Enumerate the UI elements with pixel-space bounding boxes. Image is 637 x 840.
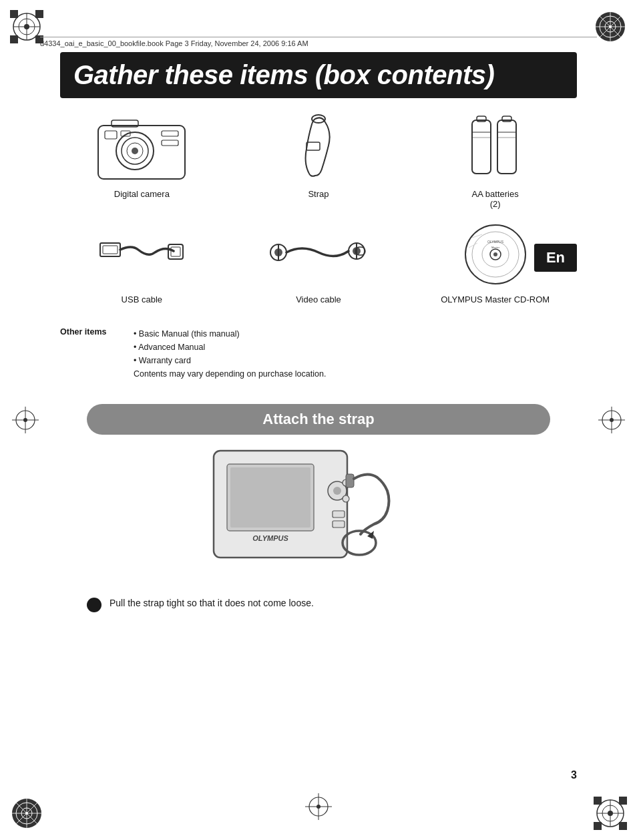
strap-label: Strap	[308, 189, 329, 199]
svg-rect-53	[162, 140, 178, 146]
item-usb-cable: USB cable	[60, 216, 224, 304]
other-items-section: Other items • Basic Manual (this manual)…	[60, 327, 577, 381]
svg-rect-30	[594, 797, 602, 805]
bullet-instruction: Pull the strap tight so that it does not…	[87, 598, 550, 612]
digital-camera-label: Digital camera	[114, 189, 170, 199]
item-video-cable: Video cable	[237, 216, 401, 304]
svg-rect-93	[333, 511, 345, 517]
corner-decoration-tl	[10, 10, 43, 43]
cdrom-image: OLYMPUS Master	[442, 216, 549, 289]
svg-rect-96	[346, 474, 354, 487]
batteries-label: AA batteries(2)	[472, 189, 519, 209]
header-bar: d4334_oai_e_basic_00_bookfile.book Page …	[40, 37, 597, 47]
corner-decoration-tr	[594, 10, 627, 43]
svg-rect-60	[497, 120, 516, 174]
mid-right-crosshair	[598, 407, 625, 433]
usb-cable-image	[88, 216, 195, 289]
svg-rect-33	[619, 822, 627, 830]
svg-text:OLYMPUS: OLYMPUS	[252, 534, 288, 542]
svg-rect-5	[10, 10, 18, 18]
svg-text:OLYMPUS: OLYMPUS	[487, 240, 504, 244]
strap-illustration: OLYMPUS	[187, 434, 441, 588]
strap-image	[265, 110, 372, 184]
item-batteries: AA batteries(2)	[413, 110, 577, 209]
svg-rect-7	[35, 10, 43, 18]
svg-point-92	[343, 495, 349, 502]
bottom-center-crosshair	[305, 793, 332, 820]
item-digital-camera: Digital camera	[60, 110, 224, 209]
svg-text:Master: Master	[491, 246, 500, 249]
attach-strap-heading: Attach the strap	[87, 404, 550, 435]
digital-camera-image	[88, 110, 195, 184]
batteries-image	[442, 110, 549, 184]
instruction-text: Pull the strap tight so that it does not…	[110, 598, 314, 608]
svg-rect-6	[10, 35, 18, 43]
other-items-label: Other items	[60, 327, 120, 381]
item-cdrom: OLYMPUS Master OLYMPUS Master CD-ROM	[413, 216, 577, 304]
corner-decoration-bl	[10, 797, 43, 830]
items-grid: Digital camera Strap	[60, 110, 577, 304]
svg-rect-67	[103, 246, 118, 254]
svg-point-50	[132, 148, 138, 154]
title-block: Gather these items (box contents)	[60, 52, 577, 98]
svg-rect-68	[168, 244, 183, 259]
other-items-content: • Basic Manual (this manual) • Advanced …	[134, 327, 326, 381]
svg-point-81	[493, 252, 497, 256]
page-number: 3	[571, 769, 577, 781]
svg-point-90	[333, 487, 341, 495]
cdrom-label: OLYMPUS Master CD-ROM	[441, 294, 550, 304]
svg-rect-32	[619, 797, 627, 805]
mid-left-crosshair	[12, 407, 39, 433]
usb-cable-label: USB cable	[122, 294, 162, 304]
svg-rect-88	[230, 467, 310, 528]
file-info-text: d4334_oai_e_basic_00_bookfile.book Page …	[40, 39, 308, 47]
svg-rect-94	[333, 521, 345, 528]
svg-rect-54	[105, 131, 117, 139]
bullet-icon	[87, 598, 101, 612]
svg-rect-57	[306, 142, 320, 150]
video-cable-image	[265, 216, 372, 289]
corner-decoration-br	[594, 797, 627, 830]
svg-rect-58	[472, 120, 491, 174]
video-cable-label: Video cable	[296, 294, 341, 304]
svg-rect-69	[171, 247, 180, 256]
svg-rect-31	[594, 822, 602, 830]
attach-strap-text: Attach the strap	[262, 411, 374, 427]
page-title: Gather these items (box contents)	[73, 60, 564, 90]
svg-rect-52	[162, 131, 178, 136]
item-strap: Strap	[237, 110, 401, 209]
